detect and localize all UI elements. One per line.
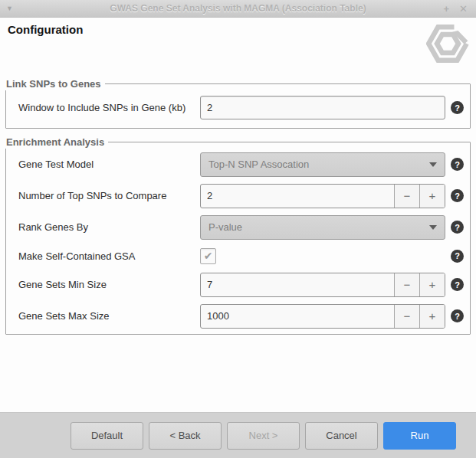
group-title: Link SNPs to Genes	[5, 77, 105, 90]
field-label: Gene Test Model	[12, 159, 200, 170]
titlebar: ▼ GWAS Gene Set Analysis with MAGMA (Ass…	[0, 0, 476, 18]
field-label: Number of Top SNPs to Compare	[12, 190, 200, 201]
gene-sets-min-input[interactable]	[201, 273, 394, 296]
field-label: Gene Sets Max Size	[12, 310, 200, 322]
default-button[interactable]: Default	[71, 422, 143, 450]
page-title: Configuration	[8, 23, 83, 36]
help-icon[interactable]: ?	[451, 189, 464, 202]
form-row-gene-sets-max: Gene Sets Max Size − + ?	[12, 304, 464, 328]
select-value: Top-N SNP Assocation	[208, 159, 309, 170]
run-button[interactable]: Run	[383, 422, 456, 450]
rank-genes-by-select[interactable]: P-value	[200, 215, 445, 240]
group-enrichment-analysis: Enrichment Analysis Gene Test Model Top-…	[5, 142, 471, 335]
decrement-button[interactable]: −	[394, 185, 419, 208]
cancel-button[interactable]: Cancel	[305, 422, 378, 450]
gene-sets-max-spinner: − +	[200, 304, 445, 329]
group-title: Enrichment Analysis	[5, 136, 108, 149]
header: Configuration	[0, 18, 476, 83]
next-button[interactable]: Next >	[227, 422, 300, 450]
decrement-button[interactable]: −	[394, 305, 419, 328]
dialog-window: ▼ GWAS Gene Set Analysis with MAGMA (Ass…	[0, 0, 476, 458]
increment-button[interactable]: +	[419, 185, 445, 208]
footer-button-bar: Default < Back Next > Cancel Run	[0, 412, 476, 458]
form-row-gene-sets-min: Gene Sets Min Size − + ?	[12, 273, 464, 296]
increment-button[interactable]: +	[419, 305, 445, 328]
decrement-button[interactable]: −	[394, 273, 419, 296]
help-icon[interactable]: ?	[451, 101, 464, 114]
form-row-window-snps: Window to Include SNPs in Gene (kb) ?	[12, 96, 464, 119]
checkmark-icon: ✔	[204, 250, 213, 261]
back-button[interactable]: < Back	[149, 422, 222, 450]
field-label: Window to Include SNPs in Gene (kb)	[12, 102, 200, 113]
gene-sets-max-input[interactable]	[201, 305, 394, 328]
select-value: P-value	[208, 221, 242, 233]
gene-sets-min-spinner: − +	[200, 273, 445, 297]
maximize-icon[interactable]: +	[444, 4, 450, 14]
window-menu-icon[interactable]: ▼	[6, 5, 13, 12]
top-snps-input[interactable]	[201, 185, 394, 208]
field-label: Make Self-Contained GSA	[12, 250, 200, 262]
increment-button[interactable]: +	[419, 273, 445, 296]
close-icon[interactable]: ✕	[459, 4, 468, 14]
field-label: Gene Sets Min Size	[12, 279, 200, 290]
form-row-gene-test-model: Gene Test Model Top-N SNP Assocation ?	[12, 152, 464, 176]
top-snps-spinner: − +	[200, 184, 445, 208]
help-icon[interactable]: ?	[451, 278, 464, 291]
group-link-snps-to-genes: Link SNPs to Genes Window to Include SNP…	[5, 83, 471, 129]
field-label: Rank Genes By	[12, 221, 200, 233]
help-icon[interactable]: ?	[451, 309, 464, 322]
chevron-down-icon	[429, 162, 437, 167]
form-row-self-contained-gsa: Make Self-Contained GSA ✔ ?	[12, 247, 464, 265]
hexagon-logo-icon	[426, 23, 469, 67]
help-icon[interactable]: ?	[451, 158, 464, 171]
window-snps-input[interactable]	[200, 96, 445, 119]
form-row-rank-genes-by: Rank Genes By P-value ?	[12, 215, 464, 239]
make-self-contained-gsa-checkbox[interactable]: ✔	[200, 248, 216, 264]
window-title: GWAS Gene Set Analysis with MAGMA (Assoc…	[0, 3, 476, 14]
gene-test-model-select[interactable]: Top-N SNP Assocation	[200, 152, 445, 177]
help-icon[interactable]: ?	[451, 221, 464, 234]
help-icon[interactable]: ?	[451, 250, 464, 263]
form-row-top-snps: Number of Top SNPs to Compare − + ?	[12, 184, 464, 208]
chevron-down-icon	[429, 225, 437, 230]
